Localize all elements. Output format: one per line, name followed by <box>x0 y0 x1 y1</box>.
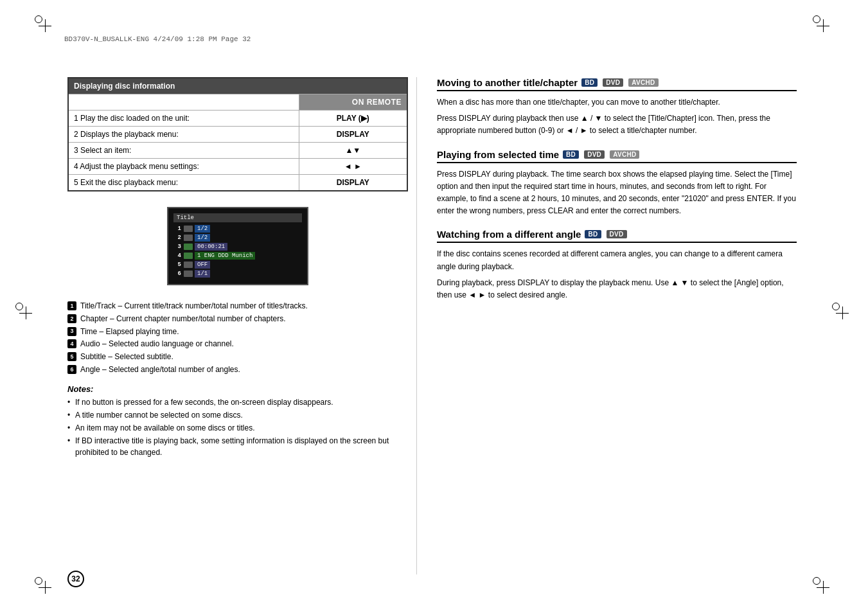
step-cell: 2 Displays the playback menu: <box>68 127 299 143</box>
section-angle: Watching from a different angleBDDVDIf t… <box>437 229 797 301</box>
section-body-text: Press DISPLAY during playback then use ▲… <box>437 112 797 137</box>
page: BD370V-N_BUSALLK-ENG 4/24/09 1:28 PM Pag… <box>0 0 868 613</box>
legend-item: 3Time – Elapsed playing time. <box>67 326 408 337</box>
col-header: ON REMOTE <box>299 94 407 111</box>
display-screen: Title 1 1/2 2 1/2 3 00:00:21 4 1 ENG DDD… <box>167 207 308 285</box>
remote-cell: ◄ ► <box>299 159 407 175</box>
display-row-num: 1 <box>173 226 181 232</box>
badge-dvd: DVD <box>603 78 623 87</box>
section-title: Watching from a different angleBDDVD <box>437 229 797 243</box>
badge-bd: BD <box>585 230 601 238</box>
section-moving: Moving to another title/chapterBDDVDAVCH… <box>437 77 797 138</box>
section-body-text: During playback, press DISPLAY to displa… <box>437 277 797 301</box>
step-cell: 4 Adjust the playback menu settings: <box>68 159 299 175</box>
legend-text: Title/Track – Current title/track number… <box>80 301 308 312</box>
section-title-text: Playing from selected time <box>437 149 559 160</box>
reg-mark-bl <box>39 581 51 594</box>
table-row: 5 Exit the disc playback menu:DISPLAY <box>68 175 407 191</box>
remote-cell: DISPLAY <box>299 127 407 143</box>
notes-section: Notes: If no button is pressed for a few… <box>67 384 408 458</box>
badge-bd: BD <box>563 150 579 159</box>
badge-avchd: AVCHD <box>628 78 658 87</box>
legend-text: Subtitle – Selected subtitle. <box>80 351 173 362</box>
section-body-text: Press DISPLAY during playback. The time … <box>437 168 797 218</box>
legend-text: Chapter – Current chapter number/total n… <box>80 314 286 324</box>
section-title: Playing from selected timeBDDVDAVCHD <box>437 149 797 163</box>
badge-avchd: AVCHD <box>610 150 639 159</box>
section-title-text: Watching from a different angle <box>437 229 581 240</box>
display-row: 6 1/1 <box>173 270 302 278</box>
legend-num: 6 <box>67 365 76 374</box>
notes-title: Notes: <box>67 384 408 394</box>
notes-list: If no button is pressed for a few second… <box>67 396 408 458</box>
info-table: Displaying disc information ON REMOTE 1 … <box>67 77 408 191</box>
legend-num: 5 <box>67 352 76 361</box>
table-row: 4 Adjust the playback menu settings:◄ ► <box>68 159 407 175</box>
remote-cell: DISPLAY <box>299 175 407 191</box>
legend-num: 3 <box>67 327 76 336</box>
display-row: 4 1 ENG DDD Munich <box>173 252 302 260</box>
display-row: 1 1/2 <box>173 225 302 233</box>
legend-text: Audio – Selected audio language or chann… <box>80 339 234 350</box>
legend-item: 5Subtitle – Selected subtitle. <box>67 351 408 362</box>
reg-mark-tl <box>39 19 51 32</box>
legend-list: 1Title/Track – Current title/track numbe… <box>67 301 408 375</box>
display-row-icon <box>184 235 193 241</box>
note-item: An item may not be available on some dis… <box>67 422 408 434</box>
display-row-icon <box>184 244 193 250</box>
step-cell: 3 Select an item: <box>68 143 299 159</box>
legend-num: 2 <box>67 314 76 323</box>
section-title-text: Moving to another title/chapter <box>437 77 578 88</box>
display-row-num: 2 <box>173 235 181 241</box>
legend-item: 1Title/Track – Current title/track numbe… <box>67 301 408 312</box>
right-column: Moving to another title/chapterBDDVDAVCH… <box>437 77 797 313</box>
display-row-value: 1/2 <box>195 225 210 233</box>
display-row-value: 1/2 <box>195 234 210 242</box>
section-selected-time: Playing from selected timeBDDVDAVCHDPres… <box>437 149 797 218</box>
table-row: 3 Select an item:▲▼ <box>68 143 407 159</box>
section-body-text: When a disc has more than one title/chap… <box>437 96 797 109</box>
legend-item: 4Audio – Selected audio language or chan… <box>67 339 408 350</box>
page-number: 32 <box>67 571 84 587</box>
display-row: 2 1/2 <box>173 234 302 242</box>
table-row: 1 Play the disc loaded on the unit:PLAY … <box>68 111 407 127</box>
section-title: Moving to another title/chapterBDDVDAVCH… <box>437 77 797 91</box>
reg-mark-ml <box>19 306 32 319</box>
display-row-icon <box>184 226 193 232</box>
badge-dvd: DVD <box>584 150 605 159</box>
display-row: 3 00:00:21 <box>173 243 302 251</box>
display-row-value: 1 ENG DDD Munich <box>195 252 255 260</box>
display-title-bar: Title <box>173 213 302 222</box>
table-title: Displaying disc information <box>68 78 407 94</box>
remote-cell: PLAY (▶) <box>299 111 407 127</box>
legend-item: 6Angle – Selected angle/total number of … <box>67 364 408 375</box>
display-row: 5 OFF <box>173 261 302 269</box>
legend-item: 2Chapter – Current chapter number/total … <box>67 314 408 324</box>
reg-mark-tr <box>817 19 829 32</box>
display-row-icon <box>184 271 193 277</box>
reg-mark-mr <box>836 306 849 319</box>
badge-bd: BD <box>581 78 598 87</box>
display-row-icon <box>184 253 193 259</box>
left-column: Displaying disc information ON REMOTE 1 … <box>67 77 408 459</box>
display-row-value: 1/1 <box>195 270 210 278</box>
display-row-icon <box>184 262 193 268</box>
header-text: BD370V-N_BUSALLK-ENG 4/24/09 1:28 PM Pag… <box>64 35 804 43</box>
remote-cell: ▲▼ <box>299 143 407 159</box>
reg-mark-br <box>817 581 829 594</box>
step-cell: 5 Exit the disc playback menu: <box>68 175 299 191</box>
display-row-num: 4 <box>173 253 181 259</box>
note-item: A title number cannot be selected on som… <box>67 409 408 421</box>
step-cell: 1 Play the disc loaded on the unit: <box>68 111 299 127</box>
legend-text: Time – Elapsed playing time. <box>80 326 179 337</box>
legend-text: Angle – Selected angle/total number of a… <box>80 364 240 375</box>
note-item: If BD interactive title is playing back,… <box>67 435 408 458</box>
note-item: If no button is pressed for a few second… <box>67 396 408 408</box>
display-row-num: 5 <box>173 262 181 268</box>
badge-dvd: DVD <box>607 230 627 238</box>
center-divider <box>416 77 417 574</box>
display-row-num: 3 <box>173 244 181 250</box>
display-row-value: 00:00:21 <box>195 243 227 251</box>
legend-num: 1 <box>67 301 76 310</box>
table-row: 2 Displays the playback menu:DISPLAY <box>68 127 407 143</box>
